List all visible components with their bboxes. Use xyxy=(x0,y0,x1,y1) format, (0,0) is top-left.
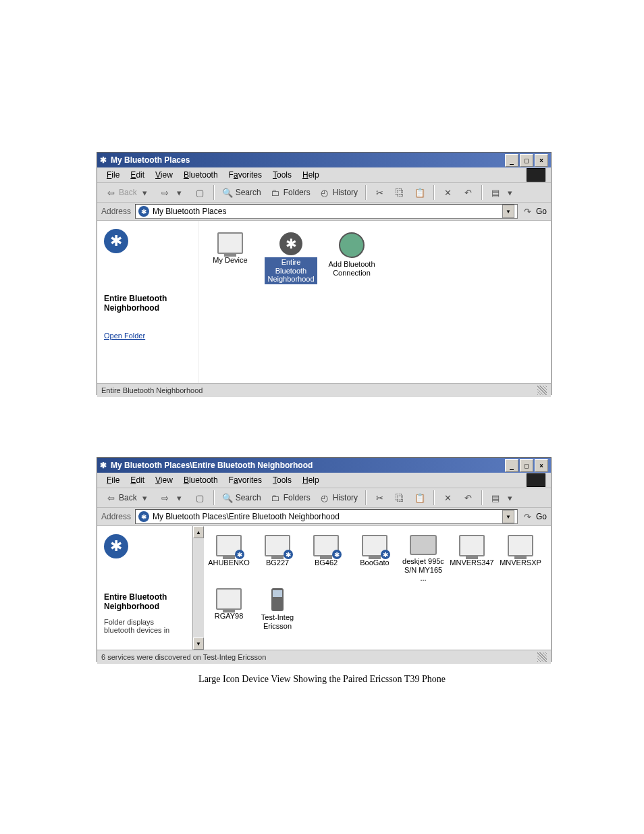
undo-button[interactable]: ↶ xyxy=(458,490,477,505)
toolbar: ⇦Back▾ ⇨▾ ▢ 🔍Search 🗀Folders ◴History ✂ … xyxy=(97,488,551,508)
device-mnversxp[interactable]: MNVERSXP xyxy=(497,533,544,585)
scroll-down-button[interactable]: ▼ xyxy=(193,637,204,650)
menu-favorites[interactable]: Favorites xyxy=(225,474,266,486)
forward-button[interactable]: ⇨▾ xyxy=(156,185,189,200)
item-label: AHUBENKO xyxy=(208,558,250,567)
item-view[interactable]: My Device ✱ Entire Bluetooth Neighborhoo… xyxy=(199,221,551,383)
history-icon: ◴ xyxy=(319,186,331,199)
dropdown-icon: ▾ xyxy=(173,492,186,504)
bluetooth-icon: ✱ xyxy=(138,206,149,217)
device-bg462[interactable]: ✱BG462 xyxy=(302,533,350,585)
undo-button[interactable]: ↶ xyxy=(458,185,477,200)
close-button[interactable]: × xyxy=(535,154,548,167)
minimize-button[interactable]: _ xyxy=(505,459,518,472)
search-button[interactable]: 🔍Search xyxy=(218,490,265,505)
dropdown-icon: ▾ xyxy=(173,186,186,199)
device-mnvers347[interactable]: MNVERS347 xyxy=(448,533,495,585)
title-bar[interactable]: ✱ My Bluetooth Places _ □ × xyxy=(97,153,551,167)
history-button[interactable]: ◴History xyxy=(315,185,361,200)
device-deskjet[interactable]: deskjet 995c S/N MY165 ... xyxy=(400,533,447,585)
menu-bar: File Edit View Bluetooth Favorites Tools… xyxy=(97,167,551,183)
go-button[interactable]: ↷Go xyxy=(522,511,547,523)
menu-edit[interactable]: Edit xyxy=(126,474,149,486)
item-add-bluetooth-connection[interactable]: Add Bluetooth Connection xyxy=(323,230,380,286)
menu-help[interactable]: Help xyxy=(298,474,323,486)
title-text: My Bluetooth Places xyxy=(111,155,190,165)
up-button[interactable]: ▢ xyxy=(190,185,209,200)
menu-view[interactable]: View xyxy=(151,169,177,181)
menu-view[interactable]: View xyxy=(151,474,177,486)
menu-bluetooth[interactable]: Bluetooth xyxy=(180,474,222,486)
copy-button[interactable]: ⿻ xyxy=(390,185,409,200)
device-ahubenko[interactable]: ✱AHUBENKO xyxy=(205,533,252,585)
views-button[interactable]: ▤▾ xyxy=(486,490,519,505)
computer-icon xyxy=(459,535,485,556)
address-text: My Bluetooth Places xyxy=(153,207,226,216)
menu-help[interactable]: Help xyxy=(298,169,323,181)
menu-favorites[interactable]: Favorites xyxy=(225,169,266,181)
bluetooth-overlay-icon: ✱ xyxy=(284,550,293,559)
folders-button[interactable]: 🗀Folders xyxy=(266,185,314,200)
minimize-button[interactable]: _ xyxy=(505,154,518,167)
copy-icon: ⿻ xyxy=(394,492,406,504)
back-button[interactable]: ⇦Back▾ xyxy=(101,490,155,505)
menu-file[interactable]: File xyxy=(103,169,124,181)
address-dropdown[interactable]: ▼ xyxy=(502,205,514,218)
info-scrollbar[interactable]: ▲ ▼ xyxy=(192,526,204,650)
go-icon: ↷ xyxy=(522,205,534,217)
device-rgay98[interactable]: RGAY98 xyxy=(205,586,252,632)
bluetooth-icon: ✱ xyxy=(279,232,302,255)
item-label: deskjet 995c S/N MY165 ... xyxy=(402,557,445,583)
views-button[interactable]: ▤▾ xyxy=(486,185,519,200)
cut-button[interactable]: ✂ xyxy=(370,185,389,200)
status-text: Entire Bluetooth Neighborhood xyxy=(101,386,203,394)
address-label: Address xyxy=(101,207,131,216)
menu-tools[interactable]: Tools xyxy=(269,169,296,181)
menu-tools[interactable]: Tools xyxy=(269,474,296,486)
search-button[interactable]: 🔍Search xyxy=(218,185,265,200)
resize-grip[interactable] xyxy=(537,652,547,662)
scroll-up-button[interactable]: ▲ xyxy=(193,526,204,538)
folder-up-icon: ▢ xyxy=(194,492,206,504)
menu-edit[interactable]: Edit xyxy=(126,169,149,181)
history-button[interactable]: ◴History xyxy=(315,490,361,505)
forward-button[interactable]: ⇨▾ xyxy=(156,490,189,505)
address-field[interactable]: ✱ My Bluetooth Places ▼ xyxy=(135,204,518,219)
copy-button[interactable]: ⿻ xyxy=(390,490,409,505)
title-bar[interactable]: ✱ My Bluetooth Places\Entire Bluetooth N… xyxy=(97,458,551,473)
copy-icon: ⿻ xyxy=(394,186,406,199)
cut-icon: ✂ xyxy=(373,492,385,504)
address-field[interactable]: ✱ My Bluetooth Places\Entire Bluetooth N… xyxy=(135,509,518,524)
device-bg227[interactable]: ✱BG227 xyxy=(254,533,301,585)
delete-button[interactable]: ✕ xyxy=(438,490,457,505)
up-button[interactable]: ▢ xyxy=(190,490,209,505)
menu-file[interactable]: File xyxy=(103,474,124,486)
menu-bar: File Edit View Bluetooth Favorites Tools… xyxy=(97,473,551,488)
maximize-button[interactable]: □ xyxy=(520,459,533,472)
back-button[interactable]: ⇦Back▾ xyxy=(101,185,155,200)
open-folder-link[interactable]: Open Folder xyxy=(104,332,192,340)
printer-icon xyxy=(410,535,437,555)
maximize-button[interactable]: □ xyxy=(520,154,533,167)
close-button[interactable]: × xyxy=(535,459,548,472)
computer-icon xyxy=(217,232,243,254)
folders-button[interactable]: 🗀Folders xyxy=(266,490,314,505)
paste-button[interactable]: 📋 xyxy=(410,185,429,200)
figure-caption: Large Icon Device View Showing the Paire… xyxy=(0,674,644,685)
cut-button[interactable]: ✂ xyxy=(370,490,389,505)
address-dropdown[interactable]: ▼ xyxy=(502,510,514,523)
go-button[interactable]: ↷Go xyxy=(522,205,547,217)
dropdown-icon: ▾ xyxy=(139,492,151,504)
item-view[interactable]: ✱AHUBENKO ✱BG227 ✱BG462 ✱BooGato deskjet… xyxy=(204,526,551,650)
bluetooth-overlay-icon: ✱ xyxy=(381,550,390,559)
item-my-device[interactable]: My Device xyxy=(202,230,259,286)
delete-button[interactable]: ✕ xyxy=(438,185,457,200)
device-boogato[interactable]: ✱BooGato xyxy=(351,533,398,585)
device-test-integ-ericsson[interactable]: Test-Integ Ericsson xyxy=(254,586,301,632)
resize-grip[interactable] xyxy=(537,386,547,395)
paste-button[interactable]: 📋 xyxy=(410,490,429,505)
bluetooth-overlay-icon: ✱ xyxy=(235,550,244,559)
menu-bluetooth[interactable]: Bluetooth xyxy=(180,169,222,181)
info-description: Folder displays bluetooth devices in xyxy=(104,618,185,634)
item-entire-bluetooth-neighborhood[interactable]: ✱ Entire Bluetooth Neighborhood xyxy=(263,230,319,286)
